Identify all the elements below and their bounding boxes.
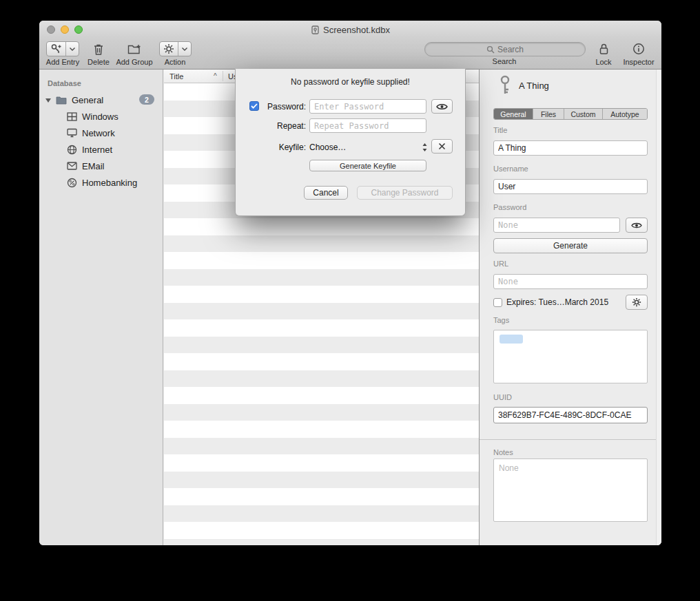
action-button[interactable]: Action — [158, 41, 192, 66]
uuid-field[interactable] — [493, 407, 648, 423]
tags-label: Tags — [493, 316, 509, 324]
key-icon — [497, 75, 513, 96]
sort-ascending-icon: ^ — [214, 72, 217, 80]
envelope-icon — [67, 162, 77, 170]
tab-autotype[interactable]: Autotype — [602, 109, 647, 119]
sidebar-item-internet[interactable]: Internet — [39, 141, 163, 158]
window-title-area: Screenshot.kdbx — [122, 25, 579, 35]
repeat-password-input[interactable] — [309, 118, 426, 133]
sidebar-group-label: General — [72, 95, 103, 105]
keyfile-value: Choose… — [309, 143, 422, 152]
entry-title: A Thing — [519, 81, 549, 91]
expires-settings-button[interactable] — [626, 295, 648, 310]
info-icon — [632, 43, 645, 55]
password-field-label: Password — [493, 203, 526, 211]
generate-password-button[interactable]: Generate — [493, 238, 648, 253]
chevron-down-icon — [65, 42, 79, 56]
close-button[interactable] — [47, 25, 55, 34]
search-icon — [486, 45, 495, 54]
sidebar-item-label: Windows — [82, 112, 119, 122]
url-field-label: URL — [493, 260, 508, 268]
notes-placeholder: None — [494, 459, 647, 477]
notes-label: Notes — [493, 448, 513, 456]
globe-icon — [67, 145, 77, 155]
lock-button[interactable]: Lock — [590, 41, 617, 66]
lock-label: Lock — [590, 58, 617, 66]
enter-password-input[interactable] — [309, 99, 426, 114]
cancel-button[interactable]: Cancel — [304, 186, 348, 200]
expires-checkbox[interactable] — [493, 298, 502, 307]
sidebar-item-network[interactable]: Network — [39, 125, 163, 141]
inspector-divider — [480, 439, 661, 440]
key-plus-icon — [47, 42, 65, 56]
entry-header: A Thing — [497, 75, 549, 96]
disclosure-triangle-icon[interactable] — [45, 98, 51, 103]
add-entry-button[interactable]: Add Entry — [43, 41, 82, 66]
close-x-icon — [438, 143, 446, 150]
sidebar-item-homebanking[interactable]: Homebanking — [39, 174, 163, 191]
tag-chip[interactable] — [500, 335, 523, 344]
expires-label: Expires: Tues…March 2015 — [506, 297, 608, 307]
notes-box[interactable]: None — [493, 458, 648, 522]
reveal-password-button[interactable] — [626, 218, 648, 233]
inspector-panel: A Thing General Files Custom Autotype Ti… — [479, 70, 661, 545]
keyfile-popup[interactable]: Choose… — [309, 140, 428, 154]
trash-icon — [92, 43, 105, 56]
lock-icon — [598, 43, 610, 55]
chevron-down-icon — [178, 42, 191, 56]
tab-general[interactable]: General — [494, 109, 533, 119]
delete-button[interactable]: Delete — [83, 41, 114, 66]
add-entry-label: Add Entry — [43, 58, 82, 66]
tags-box[interactable] — [493, 330, 648, 383]
group-count-badge: 2 — [139, 94, 154, 105]
screen: Screenshot.kdbx Add Entry — [0, 0, 700, 601]
minimize-button[interactable] — [61, 25, 69, 34]
sidebar: Database General 2 Windows — [39, 70, 163, 545]
sidebar-item-label: Homebanking — [82, 178, 137, 188]
column-header-title[interactable]: Title — [169, 72, 183, 81]
expires-row: Expires: Tues…March 2015 — [493, 297, 608, 307]
title-field[interactable] — [493, 140, 648, 156]
change-password-button[interactable]: Change Password — [357, 186, 453, 200]
sidebar-item-email[interactable]: EMail — [39, 158, 163, 174]
percent-coin-icon — [67, 178, 77, 188]
password-label: Password: — [251, 102, 306, 112]
username-field[interactable] — [493, 179, 648, 194]
username-field-label: Username — [493, 165, 528, 173]
eye-icon — [631, 222, 642, 229]
sidebar-item-windows[interactable]: Windows — [39, 108, 163, 125]
password-field[interactable] — [493, 218, 620, 233]
gear-icon — [632, 297, 641, 307]
delete-label: Delete — [83, 58, 114, 66]
sidebar-item-label: Network — [82, 128, 115, 138]
title-field-label: Title — [493, 126, 507, 134]
eye-icon — [436, 103, 448, 111]
uuid-label: UUID — [493, 393, 512, 401]
zoom-button[interactable] — [74, 25, 83, 34]
inspector-scrollbar[interactable] — [656, 70, 661, 545]
tab-custom[interactable]: Custom — [564, 109, 602, 119]
search-input[interactable]: Search — [424, 42, 586, 56]
clear-keyfile-button[interactable] — [431, 139, 453, 154]
add-group-button[interactable]: Add Group — [113, 41, 156, 66]
document-icon — [311, 25, 320, 34]
inspector-button[interactable]: Inspector — [619, 41, 658, 66]
folder-plus-icon — [127, 43, 142, 55]
gear-icon — [160, 42, 178, 56]
search-label: Search — [424, 57, 584, 65]
generate-keyfile-button[interactable]: Generate Keyfile — [309, 160, 426, 171]
sidebar-group-general[interactable]: General 2 — [39, 92, 163, 108]
inspector-tabs: General Files Custom Autotype — [493, 108, 648, 120]
window-panes-icon — [67, 112, 77, 121]
titlebar: Screenshot.kdbx — [39, 21, 661, 39]
dialog-message: No password or keyfile supplied! — [236, 77, 465, 87]
folder-icon — [56, 96, 67, 105]
reveal-dialog-password-button[interactable] — [431, 99, 453, 114]
popup-chevrons-icon — [422, 143, 428, 152]
action-label: Action — [158, 58, 192, 66]
display-icon — [67, 128, 77, 138]
tab-files[interactable]: Files — [533, 109, 564, 119]
url-field[interactable] — [493, 274, 648, 289]
column-divider[interactable] — [223, 71, 223, 81]
sidebar-header: Database — [48, 79, 163, 87]
